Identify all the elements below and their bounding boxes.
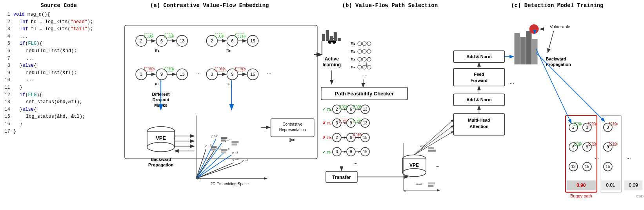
pi-list-circle-2a xyxy=(358,49,362,53)
code-line-10: 10 ... xyxy=(4,77,114,84)
svg-text:13: 13 xyxy=(180,38,184,43)
vec-pi1plus-label: v xyxy=(211,134,213,138)
fc-ellipsis: ... xyxy=(353,159,358,165)
main-container: Source Code (a) Contrastive Value-Flow E… xyxy=(0,0,644,210)
vpe-bottom-a xyxy=(147,142,175,152)
pi-list-circle-3a xyxy=(358,57,362,61)
svg-text:!FLG: !FLG xyxy=(240,68,246,71)
title-source: Source Code xyxy=(41,2,77,9)
pi3-label-a: π₃ xyxy=(226,48,231,53)
buggy-path-label: Buggy path xyxy=(570,194,592,198)
transformer-ellipsis: ... xyxy=(509,79,514,85)
hist-bar1 xyxy=(322,34,325,41)
more-ellipsis: ... xyxy=(626,154,631,160)
pi-list-circle-2c xyxy=(367,49,371,53)
ff-label1: Feed xyxy=(474,72,484,77)
svg-text:2: 2 xyxy=(140,38,142,43)
ellipsis-a2: ... xyxy=(267,69,272,75)
code-line-4: 4 ... xyxy=(4,33,114,40)
bar-v-pi2b xyxy=(221,152,226,153)
svg-text:9: 9 xyxy=(586,145,588,149)
svg-text:2: 2 xyxy=(336,135,338,140)
pi-list-ellipsis: ... xyxy=(363,71,367,77)
code-line-9: 9 rebuild_list(&tl); xyxy=(4,69,114,77)
score-value-2: 0.01 xyxy=(606,183,615,188)
svg-text:15: 15 xyxy=(363,150,367,154)
vec-pi2plus-sub: π2⁺ xyxy=(207,144,213,147)
bar-v-pi1b xyxy=(231,144,237,146)
active-label2: learning xyxy=(322,62,341,68)
vec-pi1plus-sub: π1⁺ xyxy=(213,134,218,137)
svg-text:3: 3 xyxy=(586,125,588,130)
hist-bar3 xyxy=(330,36,333,41)
code-line-17: 17 } xyxy=(4,128,114,135)
c-vpi1: vπ1 xyxy=(420,144,426,148)
code-line-13: 13 set_status(&hd,&tl); xyxy=(4,99,114,106)
svg-text:2: 2 xyxy=(211,38,213,43)
code-line-7: 7 ... xyxy=(4,55,114,62)
vulnerable-label: Vulnerable xyxy=(550,24,570,29)
svg-text:3: 3 xyxy=(211,72,213,77)
svg-text:13: 13 xyxy=(571,164,576,169)
pi-list-circle-4c xyxy=(367,65,371,69)
pi1-label-a: π₁ xyxy=(155,48,159,53)
svg-text:6: 6 xyxy=(231,38,233,43)
title-part-b: (b) Value-Flow Path Selection xyxy=(342,2,438,9)
svg-text:!FLG: !FLG xyxy=(592,123,597,125)
c-bar1 xyxy=(428,147,434,149)
c-ellipsis: ... xyxy=(436,163,439,168)
svg-text:FLG: FLG xyxy=(169,68,174,71)
code-line-5: 5 if(FLG){ xyxy=(4,40,114,47)
check-pi1: ✓ π₁ xyxy=(322,107,332,111)
vec-pi3 xyxy=(196,155,231,179)
svg-text:3: 3 xyxy=(336,121,338,125)
vec-pi4plus-label: v xyxy=(232,158,234,162)
hist-bar4 xyxy=(334,32,337,41)
origin-c: o xyxy=(404,189,406,193)
hist-bar5 xyxy=(338,38,341,41)
bar-v-pi1plus xyxy=(221,137,227,139)
pi2-label-a: π₂ xyxy=(155,82,159,86)
active-label1: Active xyxy=(325,56,339,62)
add-norm-lower-label: Add & Norm xyxy=(466,97,491,102)
svg-text:!FLG: !FLG xyxy=(592,143,597,145)
vec-pi2plus-label: v xyxy=(205,144,207,148)
svg-text:6: 6 xyxy=(350,107,352,111)
code-line-6: 6 rebuild_list(&hd); xyxy=(4,47,114,55)
backward-prop-label2: Propagation xyxy=(148,163,173,167)
vpe-bottom-c xyxy=(402,169,426,177)
svg-text:!FLG: !FLG xyxy=(240,35,246,37)
code-line-12: 12 if(FLG){ xyxy=(4,91,114,99)
pi-list-circle-4b xyxy=(362,65,366,69)
svg-text:15: 15 xyxy=(585,164,589,169)
svg-text:3: 3 xyxy=(607,125,609,130)
svg-text:6: 6 xyxy=(350,135,352,140)
source-code-panel: 1 void msg_q(){ 2 Inf hd = log_kits("hea… xyxy=(0,9,118,210)
code-line-8: 8 }else{ xyxy=(4,62,114,69)
c-bar3 xyxy=(428,183,435,184)
svg-text:FLG: FLG xyxy=(578,143,582,145)
svg-text:FLG: FLG xyxy=(219,35,224,37)
contrastive-rep-label1: Contrastive xyxy=(282,122,302,126)
ellipsis-a1: ... xyxy=(196,69,201,75)
code-line-14: 14 }else{ xyxy=(4,106,114,113)
svg-text:13: 13 xyxy=(363,121,367,125)
svg-text:9: 9 xyxy=(350,150,352,154)
vec-pi4-label: v xyxy=(242,159,244,163)
vec-pi1-sub: π1 xyxy=(227,139,231,142)
vec-pi3-sub: π3 xyxy=(235,151,238,154)
pi-list-circle-3b xyxy=(362,57,366,61)
svg-text:!FLG: !FLG xyxy=(613,143,618,145)
svg-text:!FLG: !FLG xyxy=(219,68,226,71)
embedding-space-label: 2D Embedding Space xyxy=(211,182,249,186)
pi-list-circle-2b xyxy=(362,49,366,53)
add-norm-upper-label: Add & Norm xyxy=(466,54,491,59)
mha-label1: Multi-Head xyxy=(468,118,490,122)
code-line-11: 11 } xyxy=(4,84,114,91)
c-vpi4: vπ4 xyxy=(416,183,422,186)
diagram-area: 2 FLG 6 FLG 13 π₁ 2 FLG xyxy=(118,9,644,210)
title-part-a: (a) Contrastive Value-Flow Embedding xyxy=(150,2,269,9)
output-bar2 xyxy=(520,37,526,64)
pi-list-2: π₂ xyxy=(351,49,355,53)
pi-list-4: π₄ xyxy=(351,64,356,69)
